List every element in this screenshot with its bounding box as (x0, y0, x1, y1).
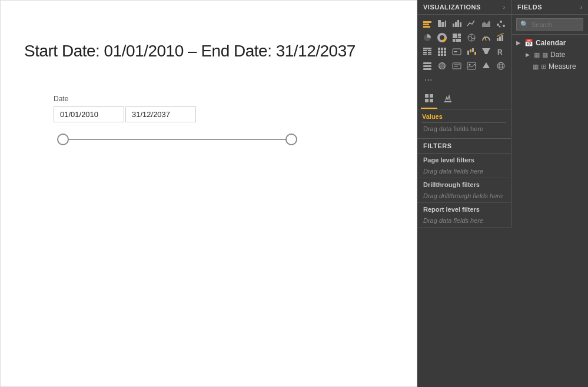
viz-panel-chevron[interactable]: › (503, 4, 505, 11)
panel-headers-row: VISUALIZATIONS › (417, 0, 588, 228)
svg-rect-27 (499, 36, 501, 41)
date-range-slider[interactable] (54, 131, 301, 148)
viz-more-button[interactable]: ··· (421, 74, 436, 86)
svg-rect-4 (441, 22, 444, 27)
viz-icons-grid: R (417, 15, 511, 89)
viz-icon-globe[interactable] (494, 59, 507, 72)
visualizations-panel: VISUALIZATIONS › (417, 0, 511, 228)
viz-icon-scatter[interactable] (494, 17, 507, 30)
svg-rect-70 (430, 99, 433, 102)
viz-icon-clustered-bar[interactable] (436, 17, 449, 30)
svg-rect-21 (453, 39, 455, 42)
viz-icon-treemap[interactable] (450, 31, 463, 44)
svg-rect-36 (438, 48, 440, 50)
calendar-label: Calendar (536, 39, 566, 47)
date-expand-arrow: ▶ (526, 52, 531, 58)
svg-rect-41 (444, 51, 446, 53)
values-section-label: Values (422, 113, 506, 120)
viz-icon-shape[interactable] (480, 59, 493, 72)
fields-panel-header: FIELDS › (511, 0, 588, 15)
svg-rect-48 (470, 49, 471, 52)
svg-rect-40 (441, 51, 443, 53)
viz-icon-bar-chart[interactable] (450, 17, 463, 30)
viz-icon-stacked-bar[interactable] (421, 17, 434, 30)
measure-tree-item[interactable]: ▦ ⊞ Measure (511, 61, 588, 72)
svg-point-13 (503, 25, 505, 27)
viz-format-tabs (417, 89, 511, 109)
viz-icon-line-chart[interactable] (465, 17, 478, 30)
report-level-drop-zone[interactable]: Drag data fields here (417, 214, 511, 228)
calendar-tree-group[interactable]: ▶ 📅 Calendar (511, 37, 588, 49)
viz-icon-donut[interactable] (436, 31, 449, 44)
viz-icon-slicer[interactable] (421, 59, 434, 72)
viz-icon-textbox[interactable] (450, 59, 463, 72)
svg-rect-69 (425, 99, 428, 102)
measure-icon: ▦ (533, 63, 539, 71)
viz-row-1 (421, 17, 507, 30)
svg-rect-44 (444, 54, 446, 56)
viz-icon-image[interactable] (465, 59, 478, 72)
end-date-input[interactable]: 31/12/2037 (125, 106, 196, 122)
viz-format-tab[interactable] (440, 91, 456, 109)
date-field-label: Date (54, 95, 301, 103)
slider-thumb-left[interactable] (57, 134, 69, 145)
slider-thumb-right[interactable] (285, 134, 297, 145)
viz-fields-tab[interactable] (421, 91, 437, 109)
viz-icon-map[interactable] (465, 31, 478, 44)
fields-search-box: 🔍 (511, 15, 588, 35)
start-date-input[interactable]: 01/01/2010 (54, 106, 124, 122)
svg-rect-50 (474, 52, 476, 55)
svg-rect-31 (428, 50, 431, 51)
svg-rect-5 (445, 21, 446, 27)
svg-rect-9 (460, 22, 461, 27)
svg-rect-3 (438, 20, 441, 27)
viz-icon-filled-map[interactable] (436, 59, 449, 72)
fields-search-input[interactable] (531, 21, 579, 28)
fields-tab-icon (424, 95, 434, 105)
date-field-icon: ▦ (542, 51, 548, 59)
viz-icon-kpi[interactable] (494, 31, 507, 44)
svg-rect-20 (458, 36, 461, 38)
calendar-icon: 📅 (524, 39, 533, 47)
svg-rect-2 (423, 26, 430, 28)
viz-row-4 (421, 59, 507, 72)
svg-rect-26 (497, 38, 499, 41)
fields-tree: ▶ 📅 Calendar ▶ ▦ ▦ Date ▦ ⊞ Measure (511, 35, 588, 75)
viz-icon-matrix[interactable] (436, 45, 449, 58)
svg-rect-49 (472, 48, 474, 52)
viz-icon-area-chart[interactable] (480, 17, 493, 30)
svg-rect-47 (467, 51, 469, 55)
date-range-widget: Date 01/01/2010 31/12/2037 (54, 95, 301, 148)
svg-rect-35 (428, 54, 431, 55)
search-icon: 🔍 (520, 21, 529, 28)
viz-icon-gauge[interactable] (480, 31, 493, 44)
format-tab-icon (443, 95, 453, 105)
fields-panel-chevron[interactable]: › (580, 4, 582, 11)
viz-icon-waterfall[interactable] (465, 45, 478, 58)
search-box-container[interactable]: 🔍 (516, 18, 583, 31)
svg-rect-18 (453, 34, 457, 38)
svg-rect-42 (438, 54, 440, 56)
drillthrough-drop-zone[interactable]: Drag drillthrough fields here (417, 189, 511, 203)
viz-icon-r-visual[interactable]: R (494, 45, 507, 58)
fields-panel: FIELDS › 🔍 ▶ 📅 Calendar ▶ ▦ ▦ (511, 0, 588, 228)
svg-text:R: R (497, 48, 503, 56)
values-drop-zone[interactable]: Drag data fields here (422, 122, 506, 135)
svg-rect-71 (444, 101, 451, 102)
svg-rect-67 (425, 94, 428, 98)
date-inputs-row: 01/01/2010 31/12/2037 (54, 106, 301, 122)
date-tree-item[interactable]: ▶ ▦ ▦ Date (511, 49, 588, 61)
svg-rect-54 (423, 65, 431, 67)
viz-icon-table[interactable] (421, 45, 434, 58)
viz-icon-pie[interactable] (421, 31, 434, 44)
viz-icon-card[interactable] (450, 45, 463, 58)
slider-track (63, 139, 291, 140)
measure-field-icon: ⊞ (541, 63, 546, 71)
viz-icon-funnel[interactable] (480, 45, 493, 58)
svg-rect-8 (457, 20, 459, 27)
page-level-drop-zone[interactable]: Drag data fields here (417, 165, 511, 178)
report-date-range-title: Start Date: 01/01/2010 – End Date: 31/12… (24, 42, 356, 61)
svg-rect-39 (438, 51, 440, 53)
svg-rect-32 (423, 52, 427, 53)
svg-point-12 (500, 21, 502, 23)
